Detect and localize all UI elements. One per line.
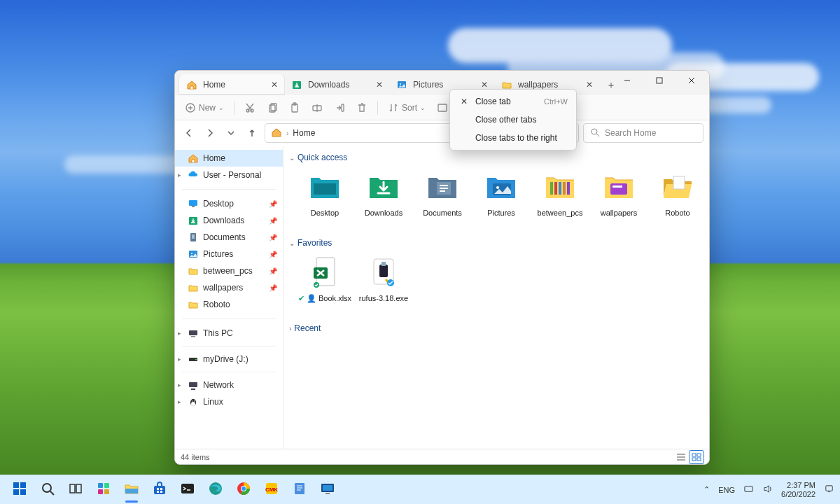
- tab-home[interactable]: Home ✕: [179, 74, 284, 95]
- command-toolbar: New ⌄ Sort ⌄ View ⌄: [175, 95, 709, 120]
- minimize-button[interactable]: [611, 71, 643, 90]
- svg-rect-55: [13, 489, 19, 495]
- taskbar-notes[interactable]: [286, 476, 314, 504]
- share-button[interactable]: [330, 98, 349, 118]
- delete-button[interactable]: [352, 98, 372, 118]
- section-header-recent[interactable]: ›Recent: [288, 321, 708, 336]
- taskbar-taskview[interactable]: [62, 476, 90, 504]
- sidebar-item-label: User - Personal: [203, 170, 261, 180]
- taskbar-explorer[interactable]: [118, 476, 146, 504]
- tray-network-icon[interactable]: [743, 484, 754, 496]
- item-between-pcs[interactable]: between_pcs: [533, 167, 587, 230]
- thumbnails-view-button[interactable]: [690, 451, 704, 463]
- item-desktop[interactable]: Desktop: [298, 167, 352, 230]
- nav-forward-button[interactable]: [202, 123, 218, 143]
- chevron-right-icon[interactable]: ▸: [178, 398, 181, 405]
- tray-volume-icon[interactable]: [762, 484, 773, 496]
- sidebar-item-roboto[interactable]: Roboto: [175, 296, 283, 313]
- new-button[interactable]: New ⌄: [181, 98, 228, 118]
- chevron-right-icon[interactable]: ▸: [178, 330, 181, 337]
- sidebar-item-wallpapers[interactable]: wallpapers📌: [175, 279, 283, 296]
- item-label: between_pcs: [538, 209, 583, 218]
- taskbar-store[interactable]: [146, 476, 174, 504]
- svg-rect-25: [189, 382, 197, 387]
- sidebar-item-this-pc[interactable]: ▸This PC: [175, 325, 283, 342]
- tray-notifications-icon[interactable]: [824, 484, 834, 496]
- taskbar-chrome[interactable]: [230, 476, 258, 504]
- folder-open-icon: [658, 167, 697, 206]
- taskbar-search[interactable]: [34, 476, 62, 504]
- tray-language[interactable]: ENG: [718, 486, 735, 494]
- maximize-button[interactable]: [643, 71, 676, 90]
- svg-rect-59: [76, 484, 81, 493]
- sort-button[interactable]: Sort ⌄: [384, 98, 430, 118]
- store-icon: [152, 481, 167, 499]
- rename-button[interactable]: [307, 98, 327, 118]
- svg-rect-68: [157, 491, 159, 493]
- taskbar-terminal[interactable]: [174, 476, 202, 504]
- taskbar-cmk[interactable]: CMK: [258, 476, 286, 504]
- search-box[interactable]: Search Home: [583, 123, 704, 143]
- item-label: Pictures: [487, 209, 515, 218]
- ctx-close-other-tabs[interactable]: Close other tabs: [453, 111, 573, 129]
- taskbar-screen[interactable]: [314, 476, 342, 504]
- sidebar-item-downloads[interactable]: Downloads📌: [175, 212, 283, 229]
- nav-recent-button[interactable]: [223, 123, 239, 143]
- breadcrumb-segment[interactable]: Home: [293, 128, 315, 138]
- drive-icon: [188, 354, 199, 365]
- svg-point-14: [592, 129, 597, 134]
- paste-button[interactable]: [285, 98, 304, 118]
- tray-chevron-up-icon[interactable]: ⌃: [704, 485, 710, 494]
- sidebar-item-mydrive-j-[interactable]: ▸myDrive (J:): [175, 351, 283, 368]
- taskbar-widgets[interactable]: [90, 476, 118, 504]
- sidebar-item-desktop[interactable]: Desktop📌: [175, 195, 283, 212]
- details-view-button[interactable]: [674, 451, 688, 463]
- sidebar-item-documents[interactable]: Documents📌: [175, 229, 283, 246]
- sidebar-item-between-pcs[interactable]: between_pcs📌: [175, 262, 283, 279]
- chevron-right-icon[interactable]: ▸: [178, 172, 181, 178]
- explorer-body: Home▸User - Personal Desktop📌Downloads📌D…: [175, 146, 709, 449]
- copy-button[interactable]: [262, 98, 282, 118]
- tab-close-icon[interactable]: ✕: [269, 79, 280, 90]
- item-documents[interactable]: Documents: [415, 167, 470, 230]
- tab-downloads[interactable]: Downloads ✕: [284, 74, 389, 95]
- sidebar-item-user-personal[interactable]: ▸User - Personal: [175, 167, 283, 183]
- svg-rect-30: [314, 183, 336, 195]
- svg-rect-51: [692, 458, 696, 461]
- cmk-icon: CMK: [264, 481, 279, 499]
- ctx-close-tabs-right[interactable]: Close tabs to the right: [453, 129, 573, 147]
- item-pictures[interactable]: Pictures: [474, 167, 528, 230]
- svg-rect-67: [160, 488, 162, 490]
- taskbar-edge[interactable]: [202, 476, 230, 504]
- chevron-right-icon[interactable]: ▸: [178, 356, 181, 363]
- ctx-close-tab[interactable]: ✕ Close tab Ctrl+W: [453, 92, 573, 111]
- nav-back-button[interactable]: [181, 123, 197, 143]
- svg-rect-70: [181, 484, 194, 493]
- ctx-label: Close tab: [475, 97, 511, 106]
- svg-point-2: [400, 83, 401, 85]
- cut-button[interactable]: [240, 98, 260, 118]
- sidebar-item-network[interactable]: ▸Network: [175, 377, 283, 393]
- sidebar-item-pictures[interactable]: Pictures📌: [175, 246, 283, 262]
- item-rufus-3-18-exe[interactable]: rufus-3.18.exe: [356, 252, 411, 315]
- tray-clock[interactable]: 2:37 PM 6/20/2022: [781, 481, 816, 498]
- taskbar-start[interactable]: [6, 476, 34, 504]
- item-book-xlsx[interactable]: ✔ 👤 Book.xlsx: [298, 252, 352, 315]
- sidebar-item-linux[interactable]: ▸Linux: [175, 393, 283, 410]
- svg-rect-78: [295, 483, 304, 494]
- item-downloads[interactable]: Downloads: [356, 167, 411, 230]
- svg-rect-62: [98, 489, 103, 494]
- item-roboto[interactable]: Roboto: [650, 167, 705, 230]
- item-wallpapers[interactable]: wallpapers: [592, 167, 646, 230]
- section-header-quick-access[interactable]: ⌄Quick access: [288, 150, 708, 165]
- tab-close-icon[interactable]: ✕: [584, 79, 595, 90]
- section-header-favorites[interactable]: ⌄Favorites: [288, 235, 708, 251]
- svg-rect-52: [697, 458, 701, 461]
- nav-up-button[interactable]: [244, 123, 260, 143]
- tab-close-icon[interactable]: ✕: [374, 79, 385, 90]
- sidebar-item-home[interactable]: Home: [175, 150, 283, 167]
- close-window-button[interactable]: [676, 71, 708, 90]
- close-icon: ✕: [458, 97, 470, 106]
- desktop-big-icon: [305, 167, 344, 206]
- chevron-right-icon[interactable]: ▸: [178, 382, 181, 388]
